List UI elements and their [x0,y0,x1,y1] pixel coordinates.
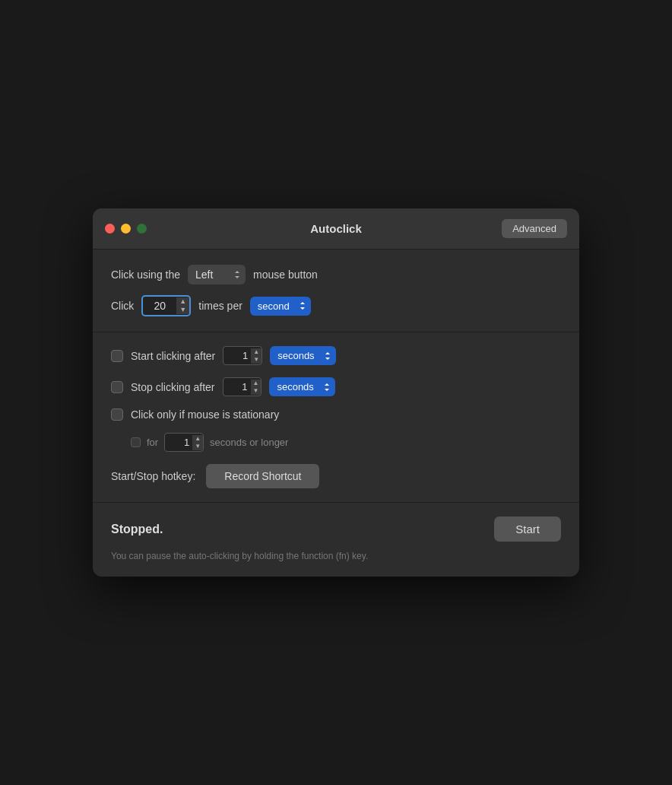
stationary-duration-wrap: 1 ▲ ▼ [164,433,204,452]
click-rate-spinners: ▲ ▼ [176,297,189,314]
mouse-button-suffix: mouse button [253,269,318,281]
start-after-input-wrap: 1 ▲ ▼ [223,346,262,365]
titlebar: Autoclick Advanced [93,208,579,249]
footer-section: Stopped. Start You can pause the auto-cl… [93,503,579,577]
click-rate-input-wrap: 20 ▲ ▼ [141,295,191,316]
record-shortcut-button[interactable]: Record Shortcut [206,464,319,488]
start-after-label: Start clicking after [131,350,215,362]
start-after-row: Start clicking after 1 ▲ ▼ seconds minut… [111,346,561,365]
start-after-input[interactable]: 1 [223,347,251,364]
advanced-button[interactable]: Advanced [502,219,567,238]
start-button[interactable]: Start [494,516,561,542]
click-rate-input[interactable]: 20 [143,297,176,315]
timing-section: Start clicking after 1 ▲ ▼ seconds minut… [93,332,579,503]
stationary-label: Click only if mouse is stationary [131,408,279,421]
mouse-button-row: Click using the Left Right Middle mouse … [111,265,561,284]
start-after-spinners: ▲ ▼ [251,348,262,364]
stationary-duration-input[interactable]: 1 [165,434,192,451]
stationary-suffix: seconds or longer [210,437,288,448]
time-unit-select[interactable]: second minute [250,297,311,316]
stationary-up[interactable]: ▲ [192,435,203,443]
stop-after-spinners: ▲ ▼ [251,380,262,395]
click-using-label: Click using the [111,269,180,281]
stationary-down[interactable]: ▼ [192,443,203,450]
click-settings-section: Click using the Left Right Middle mouse … [93,249,579,332]
maximize-button[interactable] [137,224,147,234]
stationary-for-checkbox[interactable] [131,437,141,447]
mouse-button-select[interactable]: Left Right Middle [188,265,246,284]
start-after-unit-select[interactable]: seconds minutes [270,346,336,365]
minimize-button[interactable] [121,224,131,234]
hotkey-row: Start/Stop hotkey: Record Shortcut [111,464,561,488]
start-after-down[interactable]: ▼ [251,356,262,364]
hint-text: You can pause the auto-clicking by holdi… [111,549,561,563]
stationary-checkbox[interactable] [111,408,123,421]
traffic-lights [105,224,147,234]
times-per-row: Click 20 ▲ ▼ times per second minute [111,295,561,316]
close-button[interactable] [105,224,115,234]
stationary-for-label: for [147,437,158,448]
stop-after-checkbox[interactable] [111,381,123,393]
stop-after-row: Stop clicking after 1 ▲ ▼ seconds minute… [111,377,561,396]
times-per-label: times per [198,300,242,312]
stationary-sub-row: for 1 ▲ ▼ seconds or longer [131,433,561,452]
start-after-up[interactable]: ▲ [251,348,262,356]
stop-after-up[interactable]: ▲ [251,380,262,387]
click-rate-up[interactable]: ▲ [176,297,189,306]
stop-after-input-wrap: 1 ▲ ▼ [223,377,262,396]
click-rate-down[interactable]: ▼ [176,306,189,314]
footer-top: Stopped. Start [111,516,561,542]
stop-after-label: Stop clicking after [131,381,215,393]
click-label: Click [111,300,134,312]
stationary-spinners: ▲ ▼ [192,435,203,450]
stop-after-input[interactable]: 1 [223,378,251,396]
window-title: Autoclick [310,222,362,235]
start-after-checkbox[interactable] [111,350,123,362]
status-text: Stopped. [111,523,163,536]
stop-after-down[interactable]: ▼ [251,387,262,395]
autoclick-window: Autoclick Advanced Click using the Left … [93,208,579,577]
stop-after-unit-select[interactable]: seconds minutes [269,377,335,396]
stationary-row: Click only if mouse is stationary [111,408,561,421]
hotkey-label: Start/Stop hotkey: [111,470,195,482]
